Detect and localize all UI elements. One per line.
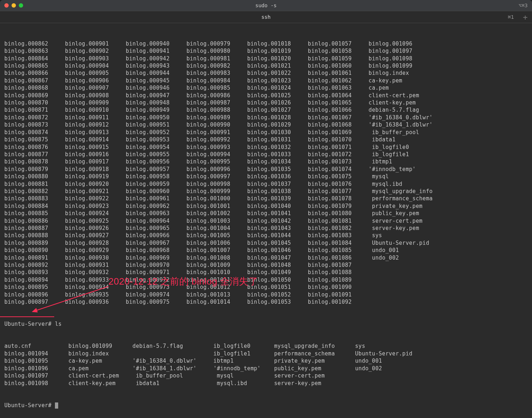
file-entry: binlog.001022 — [247, 69, 308, 77]
window-titlebar[interactable]: sudo -s ⌥⌘3 — [0, 0, 532, 11]
file-entry: binlog.000959 — [126, 180, 186, 188]
file-entry: performance_schema — [369, 195, 433, 202]
file-entry: binlog.000944 — [126, 69, 186, 77]
window-title: sudo -s — [255, 3, 276, 8]
file-entry: binlog.000905 — [65, 69, 126, 77]
file-entry: binlog.001025 — [247, 92, 308, 99]
file-entry: undo_002 — [369, 254, 433, 261]
file-entry: binlog.000864 — [4, 55, 65, 62]
file-entry: binlog.001019 — [247, 47, 308, 55]
file-entry: binlog.000996 — [186, 166, 247, 173]
command: ls — [55, 321, 62, 327]
file-entry: binlog.001086 — [308, 254, 369, 261]
file-entry: binlog.000986 — [186, 92, 247, 99]
file-entry: binlog.001020 — [247, 55, 308, 62]
file-entry: ibdata1 — [369, 136, 433, 143]
minimize-button[interactable] — [12, 3, 16, 8]
file-entry: binlog.000914 — [65, 136, 126, 143]
file-entry: binlog.001067 — [308, 114, 369, 121]
ls-column: binlog.000940 binlog.000941 binlog.00094… — [126, 40, 186, 306]
file-entry: binlog.000985 — [186, 84, 247, 91]
file-entry: binlog.000876 — [4, 144, 65, 151]
file-entry: client-cert.pem — [369, 92, 433, 99]
file-entry: binlog.001094 — [4, 350, 68, 357]
file-entry: binlog.000972 — [126, 276, 186, 283]
file-entry: binlog.000965 — [126, 225, 186, 232]
file-entry: binlog.000925 — [65, 217, 126, 225]
file-entry: undo_001 — [369, 247, 433, 254]
file-entry: binlog.001050 — [247, 276, 308, 283]
file-entry: binlog.001058 — [308, 47, 369, 55]
ls-column: binlog.001018 binlog.001019 binlog.00102… — [247, 40, 308, 306]
file-entry: binlog.001065 — [308, 99, 369, 106]
file-entry: binlog.000903 — [65, 55, 126, 62]
tab-ssh[interactable]: ssh — [0, 14, 532, 20]
maximize-button[interactable] — [19, 3, 23, 8]
file-entry: binlog.001021 — [247, 62, 308, 69]
file-entry: binlog.001099 — [68, 342, 132, 350]
prompt: Ubuntu-Server# — [4, 321, 52, 327]
file-entry: binlog.000920 — [65, 180, 126, 188]
file-entry: binlog.index — [68, 350, 132, 357]
file-entry: binlog.000946 — [126, 84, 186, 91]
file-entry: binlog.000902 — [65, 47, 126, 55]
file-entry: binlog.000974 — [126, 291, 186, 298]
file-entry: public_key.pem — [274, 365, 355, 372]
file-entry: binlog.001077 — [308, 188, 369, 195]
file-entry: binlog.000962 — [126, 202, 186, 210]
file-entry: binlog.000953 — [126, 136, 186, 143]
file-entry: binlog.000971 — [126, 269, 186, 276]
file-entry: binlog.000906 — [65, 77, 126, 84]
file-entry: binlog.001095 — [4, 357, 68, 364]
file-entry: client-key.pem — [369, 99, 433, 106]
file-entry: binlog.000873 — [4, 121, 65, 128]
file-entry: binlog.000917 — [65, 158, 126, 165]
file-entry: binlog.000865 — [4, 62, 65, 69]
file-entry: binlog.000887 — [4, 225, 65, 232]
file-entry: binlog.000956 — [126, 158, 186, 165]
file-entry: binlog.000933 — [65, 276, 126, 283]
file-entry: binlog.001014 — [186, 298, 247, 306]
file-entry: '#innodb_temp' — [214, 365, 274, 372]
file-entry: binlog.000991 — [186, 129, 247, 136]
file-entry: '#ib_16384_0.dblwr' — [133, 357, 214, 364]
ls-column: debian-5.7.flag '#ib_16384_0.dblwr' '#ib… — [133, 342, 214, 387]
file-entry: Ubuntu-Server.pid — [369, 239, 433, 247]
terminal-content[interactable]: binlog.000862 binlog.000863 binlog.00086… — [0, 23, 532, 418]
file-entry: binlog.001070 — [308, 136, 369, 143]
cursor — [55, 402, 58, 409]
file-entry: binlog.000904 — [65, 62, 126, 69]
file-entry: binlog.000871 — [4, 106, 65, 114]
file-entry: '#ib_16384_0.dblwr' — [369, 114, 433, 121]
file-entry: binlog.000867 — [4, 77, 65, 84]
ls-column: ib_logfile0 ib_logfile1 ibtmp1 '#innodb_… — [214, 342, 274, 387]
file-entry: binlog.001081 — [308, 217, 369, 225]
file-entry: binlog.001084 — [308, 239, 369, 247]
close-button[interactable] — [4, 3, 9, 8]
file-entry: binlog.000885 — [4, 210, 65, 217]
file-entry: binlog.000870 — [4, 99, 65, 106]
file-entry: ibtmp1 — [369, 158, 433, 165]
file-entry: binlog.000874 — [4, 129, 65, 136]
file-entry: binlog.000879 — [4, 166, 65, 173]
file-entry: binlog.001069 — [308, 129, 369, 136]
file-entry: binlog.001098 — [4, 380, 68, 387]
file-entry: binlog.000880 — [4, 173, 65, 180]
file-entry: binlog.000918 — [65, 166, 126, 173]
file-entry: binlog.000948 — [126, 99, 186, 106]
file-entry: binlog.001033 — [247, 151, 308, 158]
file-entry: binlog.001037 — [247, 180, 308, 188]
file-entry: binlog.001096 — [369, 40, 433, 47]
ls-column: binlog.000979 binlog.000980 binlog.00098… — [186, 40, 247, 306]
file-entry: binlog.000936 — [65, 298, 126, 306]
annotation-underline — [0, 316, 61, 319]
file-entry: binlog.000958 — [126, 173, 186, 180]
file-entry: binlog.001031 — [247, 136, 308, 143]
file-entry: binlog.001052 — [247, 291, 308, 298]
file-entry: binlog.001049 — [247, 269, 308, 276]
traffic-lights — [0, 3, 23, 8]
new-tab-button[interactable]: + — [523, 13, 528, 22]
file-entry: binlog.000982 — [186, 62, 247, 69]
file-entry: ib_logfile1 — [214, 350, 274, 357]
file-entry: binlog.000923 — [65, 202, 126, 210]
